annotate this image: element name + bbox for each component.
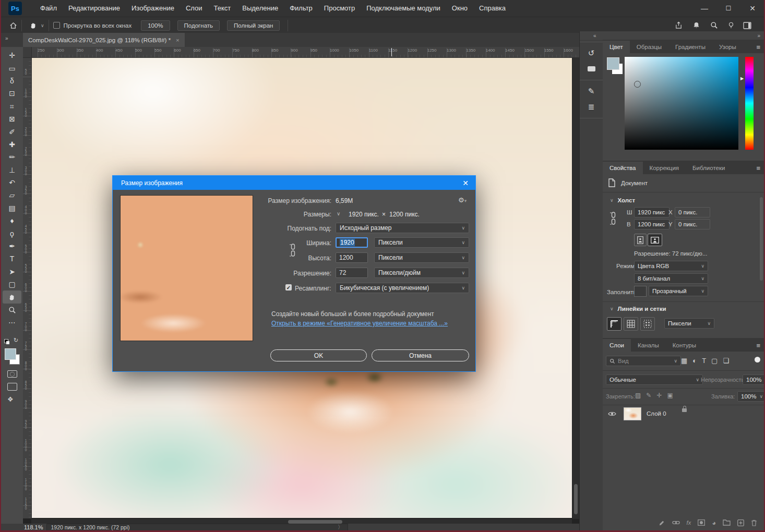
adjustment-layer-icon[interactable]: ◕ xyxy=(712,519,716,527)
bit-depth-dropdown[interactable]: 8 бит/канал∨ xyxy=(634,273,708,284)
toggle-snap-button[interactable] xyxy=(640,317,655,331)
orientation-landscape-button[interactable] xyxy=(648,234,662,246)
lock-paint-icon[interactable]: ✎ xyxy=(646,392,651,399)
filter-type-icon[interactable]: T xyxy=(702,357,706,365)
clone-stamp-tool[interactable]: ⊥ xyxy=(1,164,23,176)
shape-tool[interactable]: ▢ xyxy=(1,278,23,291)
generative-upscale-link[interactable]: Открыть в режиме «Генеративное увеличени… xyxy=(271,320,448,327)
brush-settings-panel-icon[interactable]: ✎ xyxy=(580,83,603,99)
dodge-tool[interactable]: ϙ xyxy=(1,227,23,239)
width-input[interactable]: 1920 xyxy=(336,237,368,248)
panel-tab[interactable]: Библиотеки xyxy=(686,162,732,174)
height-input[interactable]: 1200 xyxy=(336,252,368,263)
status-chevron-icon[interactable]: 〉 xyxy=(338,524,343,530)
layer-mask-icon[interactable] xyxy=(698,519,705,526)
lock-position-icon[interactable]: ✛ xyxy=(656,392,662,399)
properties-scrollbar[interactable] xyxy=(760,197,763,281)
vertical-scrollbar[interactable] xyxy=(572,57,579,519)
home-icon[interactable] xyxy=(9,21,17,29)
history-brush-tool[interactable]: ↶ xyxy=(1,176,23,189)
screen-mode-icon[interactable] xyxy=(7,383,17,391)
menu-item[interactable]: Справка xyxy=(473,0,511,17)
menu-item[interactable]: Редактирование xyxy=(63,0,126,17)
color-panel-menu-icon[interactable]: ≡ xyxy=(756,43,760,51)
window-close-button[interactable]: ✕ xyxy=(741,0,764,17)
menu-item[interactable]: Текст xyxy=(208,0,237,17)
fit-screen-button[interactable]: Подогнать xyxy=(177,20,220,31)
swap-colors-icon[interactable]: ↻ xyxy=(14,337,18,344)
link-layers-icon[interactable] xyxy=(672,519,680,526)
panel-tab[interactable]: Свойства xyxy=(603,162,643,174)
foreground-color-swatch[interactable] xyxy=(5,348,16,360)
toolbar-collapse-icon[interactable]: » xyxy=(5,35,8,41)
panel-tab[interactable]: Контуры xyxy=(666,339,703,352)
filter-pixel-icon[interactable]: ▦ xyxy=(681,357,687,365)
workspace-layout-icon[interactable] xyxy=(743,22,751,29)
menu-item[interactable]: Фильтр xyxy=(284,0,318,17)
panel-tab[interactable]: Цвет xyxy=(603,41,630,53)
marquee-tool[interactable]: ▭ xyxy=(1,62,23,74)
panel-tab[interactable]: Слои xyxy=(603,339,631,352)
toggle-rulers-button[interactable] xyxy=(607,317,621,331)
healing-brush-tool[interactable]: ✚ xyxy=(1,138,23,151)
link-dimensions-icon[interactable] xyxy=(610,211,617,226)
pin-icon[interactable] xyxy=(659,519,665,526)
document-tab-close-icon[interactable]: × xyxy=(176,37,180,43)
window-minimize-button[interactable]: — xyxy=(693,0,716,17)
comments-panel-icon[interactable] xyxy=(580,61,603,77)
layer-fill-value[interactable]: 100%∨ xyxy=(737,391,764,402)
resolution-input[interactable]: 72 xyxy=(336,268,368,278)
frame-tool[interactable]: ⊠ xyxy=(1,113,23,125)
panel-tab[interactable]: Узоры xyxy=(712,41,743,53)
lasso-tool[interactable]: δ xyxy=(1,75,23,87)
menu-item[interactable]: Слои xyxy=(180,0,208,17)
layer-filter-search[interactable]: Вид ∨ xyxy=(606,356,681,366)
quick-mask-icon[interactable] xyxy=(7,370,17,378)
image-preview[interactable] xyxy=(120,195,253,341)
layer-name[interactable]: Слой 0 xyxy=(647,410,666,417)
rulers-section-chevron[interactable]: ∨ xyxy=(610,306,614,311)
properties-panel-menu-icon[interactable]: ≡ xyxy=(756,164,760,172)
crop-tool[interactable]: ⌗ xyxy=(1,100,23,113)
filter-shape-icon[interactable]: ▢ xyxy=(711,357,718,365)
panel-tab[interactable]: Каналы xyxy=(631,339,666,352)
hand-options-chevron[interactable]: ∨ xyxy=(41,23,44,28)
blend-mode-dropdown[interactable]: Обычные∨ xyxy=(606,374,703,385)
color-mode-dropdown[interactable]: Цвета RGB∨ xyxy=(634,261,708,271)
color-field[interactable] xyxy=(625,57,738,150)
opacity-value[interactable]: 100%∨ xyxy=(743,374,764,385)
edit-toolbar[interactable]: ⋯ xyxy=(1,316,23,329)
panel-tab[interactable]: Градиенты xyxy=(668,41,712,53)
canvas-height-field[interactable]: 1200 пикс xyxy=(634,219,670,229)
fill-dropdown[interactable]: Прозрачный∨ xyxy=(649,286,708,296)
canvas-section-chevron[interactable]: ∨ xyxy=(610,198,614,203)
hand-tool[interactable] xyxy=(3,291,21,303)
layer-effects-icon[interactable]: fx xyxy=(687,519,691,526)
notifications-bell-icon[interactable] xyxy=(692,21,700,29)
resample-checkbox[interactable]: ✓ xyxy=(285,284,292,291)
filter-adjustment-icon[interactable]: ◐ xyxy=(692,357,697,365)
gradient-tool[interactable]: ▤ xyxy=(1,202,23,214)
tool-presets-panel-icon[interactable]: ≣ xyxy=(580,99,603,115)
blur-tool[interactable]: ♦ xyxy=(1,214,23,227)
move-tool[interactable]: ✛ xyxy=(1,49,23,62)
dialog-gear-icon[interactable]: ⚙▾ xyxy=(458,196,467,204)
shapes-plus-icon[interactable]: ❖ xyxy=(7,395,14,403)
eraser-tool[interactable]: ▱ xyxy=(1,189,23,201)
discover-bulb-icon[interactable] xyxy=(727,21,735,29)
document-tab[interactable]: CompDeskWalCol-2970_025.jpg @ 118% (RGB/… xyxy=(23,33,185,47)
panel-tab[interactable]: Образцы xyxy=(630,41,668,53)
dimensions-chevron[interactable]: ∨ xyxy=(337,211,340,216)
toggle-grid-button[interactable] xyxy=(624,317,638,331)
type-tool[interactable]: T xyxy=(1,252,23,265)
resample-dropdown[interactable]: Бикубическая (с увеличением)∨ xyxy=(336,283,469,293)
dialog-close-button[interactable]: ✕ xyxy=(456,176,475,190)
menu-item[interactable]: Подключаемые модули xyxy=(361,0,446,17)
menu-item[interactable]: Изображение xyxy=(126,0,180,17)
menu-item[interactable]: Окно xyxy=(446,0,473,17)
zoom-level[interactable]: 118.1% xyxy=(24,524,43,530)
canvas-width-field[interactable]: 1920 пикс xyxy=(634,207,670,217)
hue-slider[interactable] xyxy=(745,57,754,150)
color-foreground-swatch[interactable] xyxy=(607,57,619,70)
layers-panel-menu-icon[interactable]: ≡ xyxy=(756,342,760,349)
